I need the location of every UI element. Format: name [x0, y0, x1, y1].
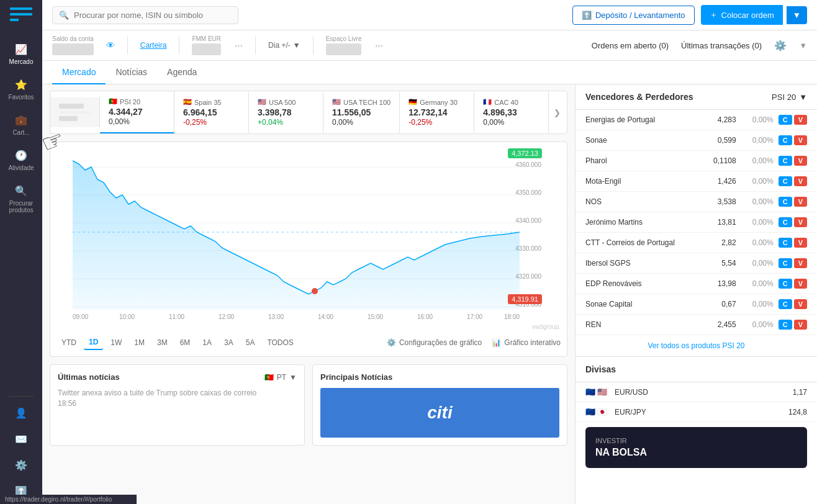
- sidebar-item-email[interactable]: ✉️: [0, 426, 42, 452]
- buy-button[interactable]: C: [779, 279, 792, 289]
- svg-text:12:00: 12:00: [219, 313, 234, 320]
- time-todos[interactable]: TODOS: [262, 336, 298, 349]
- winners-select-button[interactable]: PSI 20 ▼: [772, 92, 807, 102]
- time-1a[interactable]: 1A: [197, 336, 217, 349]
- buy-button[interactable]: C: [779, 115, 792, 125]
- dia-selector[interactable]: Dia +/- ▼: [268, 41, 300, 50]
- time-6m[interactable]: 6M: [175, 336, 196, 349]
- sidebar-item-procurar[interactable]: 🔍 Procurar produtos: [0, 178, 42, 220]
- sell-button[interactable]: V: [794, 299, 807, 309]
- buy-button[interactable]: C: [779, 238, 792, 248]
- order-button[interactable]: ＋ Colocar ordem: [701, 5, 783, 25]
- chart-interactive-button[interactable]: 📊 Gráfico interativo: [492, 338, 561, 347]
- index-item-psi20[interactable]: PSI 20 4.344,27 0,00%: [100, 91, 174, 133]
- time-1m[interactable]: 1M: [129, 336, 150, 349]
- flag-fr-icon: [483, 98, 492, 106]
- transactions-expand-icon[interactable]: ▼: [799, 41, 807, 50]
- buy-button[interactable]: C: [779, 135, 792, 145]
- sell-button[interactable]: V: [794, 176, 807, 186]
- buy-button[interactable]: C: [779, 156, 792, 166]
- indices-next-arrow[interactable]: ❯: [549, 102, 566, 124]
- search-bar[interactable]: 🔍: [52, 6, 238, 24]
- svg-text:17:00: 17:00: [467, 313, 482, 320]
- app-logo: [9, 6, 34, 24]
- transactions-settings-icon[interactable]: ⚙️: [774, 40, 787, 52]
- sell-button[interactable]: V: [794, 115, 807, 125]
- sell-button[interactable]: V: [794, 217, 807, 227]
- svg-point-13: [312, 288, 318, 294]
- time-3a[interactable]: 3A: [219, 336, 238, 349]
- sell-button[interactable]: V: [794, 320, 807, 330]
- ordens-label[interactable]: Ordens em aberto (0): [592, 41, 669, 50]
- winners-row: NOS 3,538 0,00% C V: [576, 192, 817, 212]
- chart-watermark: vwdgroup.: [56, 323, 561, 330]
- index-item-hidden[interactable]: [50, 97, 100, 127]
- search-input[interactable]: [74, 11, 232, 20]
- winners-row-btns: C V: [779, 197, 807, 207]
- chart-settings-button[interactable]: ⚙️ Configurações de gráfico: [387, 338, 482, 347]
- fmm-item: FMM EUR: [192, 35, 221, 55]
- fmm-more-icon[interactable]: ⋯: [235, 41, 243, 50]
- espaco-item: Espaço Livre: [326, 35, 362, 55]
- email-icon: ✉️: [14, 432, 28, 446]
- index-item-usa500[interactable]: USA 500 3.398,78 +0,04%: [249, 92, 323, 133]
- sidebar-item-favoritos[interactable]: ⭐ Favoritos: [0, 71, 42, 107]
- buy-button[interactable]: C: [779, 197, 792, 207]
- index-item-spain35[interactable]: Spain 35 6.964,15 -0,25%: [174, 92, 249, 133]
- index-item-cac40[interactable]: CAC 40 4.896,33 0,00%: [474, 92, 549, 133]
- sell-button[interactable]: V: [794, 258, 807, 268]
- sell-button[interactable]: V: [794, 279, 807, 289]
- news-item-1[interactable]: Twitter anexa aviso a tuite de Trump sob…: [58, 388, 297, 409]
- carteira-item: Carteira: [140, 41, 167, 50]
- index-item-usatech100[interactable]: USA TECH 100 11.556,05 0,00%: [323, 92, 400, 133]
- chart-interactive-icon: 📊: [492, 338, 501, 347]
- news-flag[interactable]: 🇵🇹 PT ▼: [264, 373, 297, 382]
- tab-mercado[interactable]: Mercado: [52, 61, 106, 84]
- chevron-down-icon: ▼: [799, 92, 807, 102]
- time-ytd[interactable]: YTD: [56, 336, 81, 349]
- mercado-icon: 📈: [14, 42, 28, 56]
- flag-us-icon: 🇺🇸: [597, 387, 607, 397]
- promo-box: INVESTIR NA BOLSA: [585, 427, 807, 468]
- divisas-row-eurjpy[interactable]: 🇪🇺 🇯🇵 EUR/JPY 124,8: [576, 402, 817, 422]
- sell-button[interactable]: V: [794, 238, 807, 248]
- chart-low-label: 4,319.91: [508, 294, 542, 304]
- buy-button[interactable]: C: [779, 299, 792, 309]
- time-5a[interactable]: 5A: [241, 336, 260, 349]
- deposit-button[interactable]: ⬆️ Depósito / Levantamento: [572, 6, 695, 25]
- sell-button[interactable]: V: [794, 135, 807, 145]
- winners-row: EDP Renováveis 13,98 0,00% C V: [576, 274, 817, 294]
- carteira-link[interactable]: Carteira: [140, 41, 167, 50]
- sell-button[interactable]: V: [794, 197, 807, 207]
- buy-button[interactable]: C: [779, 320, 792, 330]
- chart-container: 4360.000 4350.000 4340.000 4330.000 4320…: [50, 142, 567, 357]
- sidebar-item-settings[interactable]: ⚙️: [0, 452, 42, 478]
- tab-noticias[interactable]: Notícias: [106, 61, 157, 84]
- buy-button[interactable]: C: [779, 176, 792, 186]
- visibility-toggle[interactable]: 👁: [106, 40, 115, 50]
- time-3m[interactable]: 3M: [152, 336, 173, 349]
- time-1d[interactable]: 1D: [84, 335, 103, 350]
- favoritos-icon: ⭐: [14, 78, 28, 91]
- sidebar-item-mercado[interactable]: 📈 Mercado: [0, 36, 42, 71]
- buy-button[interactable]: C: [779, 258, 792, 268]
- espaco-more-icon[interactable]: ⋯: [375, 41, 383, 50]
- sidebar-bottom: 👤 ✉️ ⚙️ ⬆️: [0, 393, 42, 504]
- buy-button[interactable]: C: [779, 217, 792, 227]
- winners-row-btns: C V: [779, 299, 807, 309]
- content-area: PSI 20 4.344,27 0,00% Spain 35 6.964,15 …: [42, 84, 817, 504]
- divisas-row-eurusd[interactable]: 🇪🇺 🇺🇸 EUR/USD 1,17: [576, 382, 817, 402]
- order-dropdown-button[interactable]: ▼: [787, 6, 807, 24]
- sidebar-item-atividade[interactable]: 🕐 Atividade: [0, 142, 42, 178]
- time-1w[interactable]: 1W: [106, 336, 127, 349]
- sell-button[interactable]: V: [794, 156, 807, 166]
- sidebar-item-carteira[interactable]: 💼 Cart...: [0, 107, 42, 142]
- sidebar-item-profile[interactable]: 👤: [0, 400, 42, 426]
- transactions-bar: Ordens em aberto (0) Últimas transações …: [592, 40, 807, 52]
- index-item-germany30[interactable]: Germany 30 12.732,14 -0,25%: [400, 92, 474, 133]
- deposit-icon: ⬆️: [582, 11, 592, 20]
- sidebar: 📈 Mercado ⭐ Favoritos 💼 Cart... 🕐 Ativid…: [0, 0, 42, 504]
- transacoes-label[interactable]: Últimas transações (0): [681, 41, 762, 50]
- see-all-link[interactable]: Ver todos os produtos PSI 20: [576, 335, 817, 357]
- tab-agenda[interactable]: Agenda: [157, 61, 207, 84]
